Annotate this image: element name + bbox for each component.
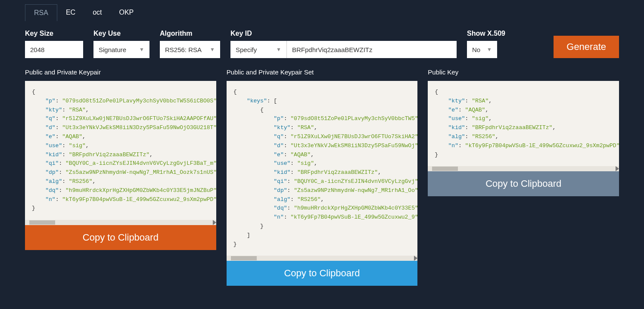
keypair-panel: Public and Private Keypair { "p": "079sd… xyxy=(25,68,216,250)
horizontal-scrollbar[interactable] xyxy=(227,256,418,261)
keypair-set-panel: Public and Private Keypair Set { "keys":… xyxy=(227,68,418,286)
key-id-input[interactable] xyxy=(286,41,457,58)
algorithm-value: RS256: RSA xyxy=(165,46,202,53)
tab-oct[interactable]: oct xyxy=(84,4,110,21)
horizontal-scrollbar[interactable] xyxy=(428,166,619,171)
copy-public-key-button[interactable]: Copy to Clipboard xyxy=(428,171,619,196)
key-use-label: Key Use xyxy=(93,30,149,37)
tab-rsa[interactable]: RSA xyxy=(25,4,57,21)
chevron-down-icon: ▼ xyxy=(487,46,492,53)
public-key-title: Public Key xyxy=(428,68,619,76)
tab-ec[interactable]: EC xyxy=(57,4,84,21)
chevron-down-icon: ▼ xyxy=(210,46,215,53)
keypair-set-code[interactable]: { "keys": [ { "p": "079sdO8t51ZoPe0lPLav… xyxy=(227,81,418,256)
show-x509-label: Show X.509 xyxy=(467,30,505,37)
show-x509-select[interactable]: No ▼ xyxy=(467,41,497,58)
public-key-code[interactable]: { "kty": "RSA", "e": "AQAB", "use": "sig… xyxy=(428,81,619,166)
key-use-value: Signature xyxy=(99,46,126,53)
key-id-mode-value: Specify xyxy=(236,46,257,53)
key-id-label: Key ID xyxy=(230,30,457,37)
generate-button[interactable]: Generate xyxy=(554,36,619,58)
keypair-set-title: Public and Private Keypair Set xyxy=(227,68,418,76)
key-id-mode-select[interactable]: Specify ▼ xyxy=(230,41,286,58)
show-x509-value: No xyxy=(472,46,480,53)
tab-okp[interactable]: OKP xyxy=(110,4,142,21)
algorithm-select[interactable]: RS256: RSA ▼ xyxy=(160,41,220,58)
key-type-tabs: RSA EC oct OKP xyxy=(25,4,619,21)
chevron-down-icon: ▼ xyxy=(139,46,144,53)
key-size-input[interactable] xyxy=(25,41,83,58)
key-use-select[interactable]: Signature ▼ xyxy=(93,41,149,58)
key-size-label: Key Size xyxy=(25,30,83,37)
copy-keypair-button[interactable]: Copy to Clipboard xyxy=(25,225,216,250)
public-key-panel: Public Key { "kty": "RSA", "e": "AQAB", … xyxy=(428,68,619,196)
controls-row: Key Size Key Use Signature ▼ Algorithm R… xyxy=(25,30,619,58)
copy-keypair-set-button[interactable]: Copy to Clipboard xyxy=(227,261,418,286)
keypair-code[interactable]: { "p": "079sdO8t51ZoPe0lPLavyMy3chSyV0bb… xyxy=(25,81,216,220)
chevron-down-icon: ▼ xyxy=(276,46,281,53)
keypair-title: Public and Private Keypair xyxy=(25,68,216,76)
horizontal-scrollbar[interactable] xyxy=(25,220,216,225)
algorithm-label: Algorithm xyxy=(160,30,220,37)
